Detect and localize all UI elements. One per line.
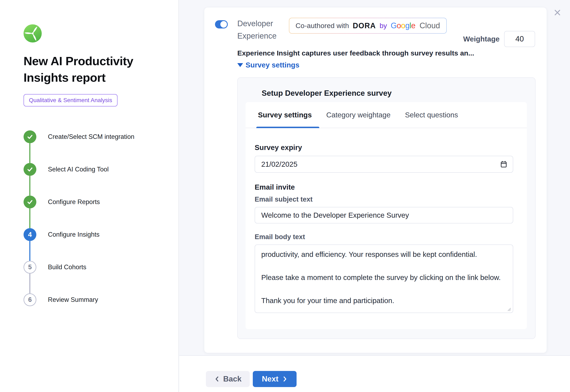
survey-settings-form: Survey expiry 21/02/2025 Email bbox=[246, 128, 527, 314]
step-label: Configure Reports bbox=[48, 198, 100, 206]
step-2-complete-circle bbox=[24, 163, 36, 176]
page-title: New AI Productivity Insights report bbox=[24, 53, 152, 86]
survey-tabs: Survey settings Category weightage Selec… bbox=[246, 102, 527, 128]
step-create-select-scm-integration[interactable]: Create/Select SCM integration bbox=[24, 130, 170, 143]
google-letter: G bbox=[391, 21, 397, 30]
google-letter: l bbox=[409, 21, 411, 30]
google-letter: g bbox=[405, 21, 409, 30]
step-3-complete-circle bbox=[24, 196, 36, 208]
close-icon[interactable] bbox=[553, 8, 562, 17]
step-connector bbox=[29, 208, 30, 228]
app-window: New AI Productivity Insights report Qual… bbox=[0, 0, 570, 392]
step-label: Select AI Coding Tool bbox=[48, 166, 109, 173]
wizard-steps: Create/Select SCM integration Select AI … bbox=[24, 130, 170, 306]
insight-enabled-toggle[interactable] bbox=[215, 20, 228, 28]
survey-settings-link-label: Survey settings bbox=[246, 61, 299, 69]
google-letter: o bbox=[397, 21, 401, 30]
insight-card: Developer Experience Co-authored with DO… bbox=[204, 7, 547, 353]
step-connector bbox=[29, 274, 30, 293]
next-button[interactable]: Next bbox=[253, 371, 297, 387]
email-subject-label: Email subject text bbox=[255, 195, 513, 203]
survey-expiry-label: Survey expiry bbox=[255, 143, 513, 152]
main-panel: Developer Experience Co-authored with DO… bbox=[179, 0, 570, 392]
tab-category-weightage[interactable]: Category weightage bbox=[326, 102, 391, 128]
check-icon bbox=[27, 198, 33, 206]
insight-name: Developer Experience bbox=[237, 17, 282, 42]
step-build-cohorts[interactable]: 5 Build Cohorts bbox=[24, 261, 170, 274]
step-select-ai-coding-tool[interactable]: Select AI Coding Tool bbox=[24, 163, 170, 176]
email-body-textarea[interactable]: productivity, and efficiency. Your respo… bbox=[255, 244, 513, 313]
step-label: Review Summary bbox=[48, 296, 98, 304]
back-button-label: Back bbox=[223, 375, 241, 383]
email-body-label: Email body text bbox=[255, 233, 513, 241]
step-label: Build Cohorts bbox=[48, 264, 86, 271]
email-body-wrap: productivity, and efficiency. Your respo… bbox=[255, 244, 513, 314]
calendar-icon[interactable] bbox=[500, 161, 507, 168]
coauthor-prefix: Co-authored with bbox=[295, 22, 349, 30]
weightage-input[interactable] bbox=[504, 31, 535, 47]
check-icon bbox=[27, 133, 33, 140]
wind-turbine-icon bbox=[24, 24, 42, 42]
google-cloud-label: Cloud bbox=[419, 21, 440, 30]
survey-expiry-value: 21/02/2025 bbox=[261, 160, 500, 168]
email-invite-label: Email invite bbox=[255, 183, 513, 191]
tab-survey-settings[interactable]: Survey settings bbox=[258, 102, 312, 128]
weightage-label: Weightage bbox=[463, 35, 499, 43]
step-connector bbox=[29, 241, 30, 261]
insight-description: Experience Insight captures user feedbac… bbox=[237, 49, 460, 57]
step-label: Create/Select SCM integration bbox=[48, 133, 134, 140]
step-configure-reports[interactable]: Configure Reports bbox=[24, 196, 170, 208]
step-connector bbox=[29, 143, 30, 163]
coauthored-badge: Co-authored with DORA by Google Cloud bbox=[289, 18, 447, 34]
tab-select-questions[interactable]: Select questions bbox=[405, 102, 458, 128]
google-letter: e bbox=[411, 21, 416, 30]
chevron-right-icon bbox=[282, 376, 288, 382]
survey-setup-card: Setup Developer Experience survey Survey… bbox=[237, 77, 536, 339]
step-label: Configure Insights bbox=[48, 231, 100, 238]
dora-logo: DORA bbox=[353, 21, 376, 30]
survey-settings-toggle[interactable]: Survey settings bbox=[237, 61, 299, 69]
back-button[interactable]: Back bbox=[206, 371, 250, 387]
google-letter: o bbox=[401, 21, 405, 30]
insight-header: Developer Experience Co-authored with DO… bbox=[215, 17, 536, 339]
coauthor-by: by bbox=[380, 22, 387, 30]
next-button-label: Next bbox=[262, 375, 278, 383]
step-5-upcoming-circle: 5 bbox=[24, 261, 36, 274]
step-configure-insights[interactable]: 4 Configure Insights bbox=[24, 228, 170, 241]
wizard-sidebar: New AI Productivity Insights report Qual… bbox=[0, 0, 179, 392]
survey-setup-title: Setup Developer Experience survey bbox=[262, 89, 527, 98]
step-review-summary[interactable]: 6 Review Summary bbox=[24, 293, 170, 306]
step-connector bbox=[29, 176, 30, 196]
google-logo: Google bbox=[391, 21, 416, 30]
survey-expiry-input[interactable]: 21/02/2025 bbox=[255, 156, 513, 173]
footer-bar: Back Next bbox=[179, 356, 570, 392]
check-icon bbox=[27, 166, 33, 173]
toggle-knob bbox=[220, 21, 227, 28]
chevron-down-icon bbox=[237, 63, 243, 67]
step-1-complete-circle bbox=[24, 130, 36, 143]
email-subject-input[interactable] bbox=[255, 207, 513, 224]
survey-setup-body: Survey settings Category weightage Selec… bbox=[246, 102, 527, 329]
chevron-left-icon bbox=[214, 376, 219, 382]
step-6-upcoming-circle: 6 bbox=[24, 293, 36, 306]
step-4-current-circle: 4 bbox=[24, 228, 36, 241]
resize-handle-icon[interactable] bbox=[507, 307, 512, 312]
weightage-group: Weightage bbox=[463, 31, 535, 47]
report-type-badge: Qualitative & Sentiment Analysis bbox=[24, 94, 117, 106]
